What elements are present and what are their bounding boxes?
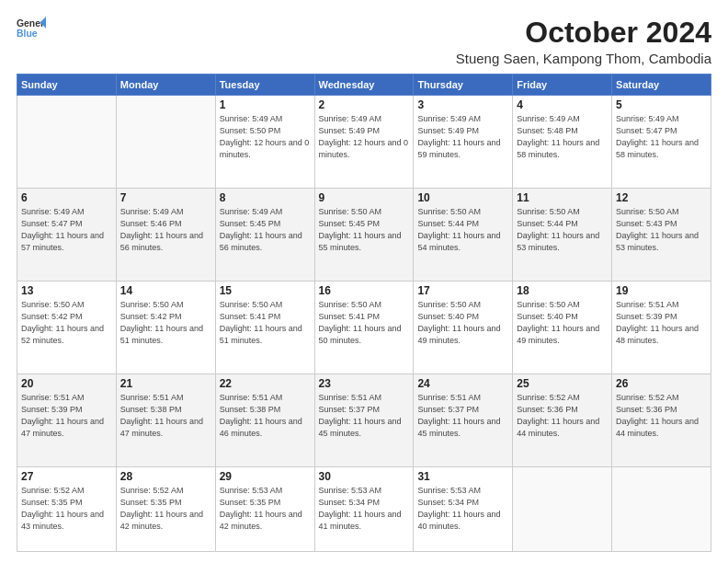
table-row: 31 Sunrise: 5:53 AM Sunset: 5:34 PM Dayl… — [414, 466, 513, 552]
day-number: 31 — [417, 470, 508, 483]
table-row: 11 Sunrise: 5:50 AM Sunset: 5:44 PM Dayl… — [513, 189, 612, 282]
logo-icon: General Blue — [17, 17, 46, 42]
day-number: 1 — [220, 98, 311, 111]
table-row: 7 Sunrise: 5:49 AM Sunset: 5:46 PM Dayli… — [116, 189, 215, 282]
table-row: 17 Sunrise: 5:50 AM Sunset: 5:40 PM Dayl… — [414, 281, 513, 373]
day-number: 8 — [220, 191, 311, 204]
table-row: 23 Sunrise: 5:51 AM Sunset: 5:37 PM Dayl… — [314, 373, 414, 466]
table-row — [612, 466, 711, 552]
table-row: 15 Sunrise: 5:50 AM Sunset: 5:41 PM Dayl… — [215, 281, 314, 373]
day-info: Sunrise: 5:49 AM Sunset: 5:50 PM Dayligh… — [220, 113, 311, 161]
calendar-week-row: 13 Sunrise: 5:50 AM Sunset: 5:42 PM Dayl… — [17, 281, 711, 373]
table-row: 24 Sunrise: 5:51 AM Sunset: 5:37 PM Dayl… — [414, 373, 513, 466]
day-number: 22 — [220, 377, 311, 390]
table-row: 26 Sunrise: 5:52 AM Sunset: 5:36 PM Dayl… — [612, 373, 711, 466]
day-number: 28 — [120, 470, 211, 483]
table-row: 22 Sunrise: 5:51 AM Sunset: 5:38 PM Dayl… — [215, 373, 314, 466]
day-info: Sunrise: 5:52 AM Sunset: 5:35 PM Dayligh… — [120, 485, 211, 533]
table-row: 21 Sunrise: 5:51 AM Sunset: 5:38 PM Dayl… — [116, 373, 215, 466]
table-row: 4 Sunrise: 5:49 AM Sunset: 5:48 PM Dayli… — [513, 96, 612, 189]
table-row: 29 Sunrise: 5:53 AM Sunset: 5:35 PM Dayl… — [215, 466, 314, 552]
day-number: 10 — [417, 191, 508, 204]
day-info: Sunrise: 5:50 AM Sunset: 5:41 PM Dayligh… — [319, 299, 410, 347]
day-number: 9 — [319, 191, 410, 204]
day-number: 5 — [616, 98, 707, 111]
day-number: 21 — [120, 377, 211, 390]
day-info: Sunrise: 5:49 AM Sunset: 5:46 PM Dayligh… — [120, 206, 211, 254]
day-info: Sunrise: 5:49 AM Sunset: 5:47 PM Dayligh… — [616, 113, 707, 161]
table-row: 8 Sunrise: 5:49 AM Sunset: 5:45 PM Dayli… — [215, 189, 314, 282]
day-info: Sunrise: 5:51 AM Sunset: 5:37 PM Dayligh… — [319, 392, 410, 440]
table-row: 3 Sunrise: 5:49 AM Sunset: 5:49 PM Dayli… — [414, 96, 513, 189]
table-row: 12 Sunrise: 5:50 AM Sunset: 5:43 PM Dayl… — [612, 189, 711, 282]
day-info: Sunrise: 5:52 AM Sunset: 5:36 PM Dayligh… — [517, 392, 608, 440]
day-info: Sunrise: 5:50 AM Sunset: 5:44 PM Dayligh… — [517, 206, 608, 254]
col-friday: Friday — [513, 75, 612, 96]
day-number: 4 — [517, 98, 608, 111]
day-number: 16 — [319, 284, 410, 297]
table-row: 6 Sunrise: 5:49 AM Sunset: 5:47 PM Dayli… — [17, 189, 117, 282]
table-row: 5 Sunrise: 5:49 AM Sunset: 5:47 PM Dayli… — [612, 96, 711, 189]
day-info: Sunrise: 5:50 AM Sunset: 5:40 PM Dayligh… — [417, 299, 508, 347]
day-number: 23 — [319, 377, 410, 390]
table-row: 9 Sunrise: 5:50 AM Sunset: 5:45 PM Dayli… — [314, 189, 414, 282]
table-row: 27 Sunrise: 5:52 AM Sunset: 5:35 PM Dayl… — [17, 466, 117, 552]
svg-text:Blue: Blue — [17, 29, 38, 39]
day-number: 26 — [616, 377, 707, 390]
day-info: Sunrise: 5:50 AM Sunset: 5:40 PM Dayligh… — [517, 299, 608, 347]
day-info: Sunrise: 5:49 AM Sunset: 5:49 PM Dayligh… — [319, 113, 410, 161]
day-number: 12 — [616, 191, 707, 204]
title-block: October 2024 Stueng Saen, Kampong Thom, … — [456, 17, 711, 66]
table-row: 14 Sunrise: 5:50 AM Sunset: 5:42 PM Dayl… — [116, 281, 215, 373]
day-info: Sunrise: 5:50 AM Sunset: 5:41 PM Dayligh… — [220, 299, 311, 347]
col-monday: Monday — [116, 75, 215, 96]
col-tuesday: Tuesday — [215, 75, 314, 96]
day-info: Sunrise: 5:50 AM Sunset: 5:45 PM Dayligh… — [319, 206, 410, 254]
day-number: 18 — [517, 284, 608, 297]
table-row: 19 Sunrise: 5:51 AM Sunset: 5:39 PM Dayl… — [612, 281, 711, 373]
table-row: 30 Sunrise: 5:53 AM Sunset: 5:34 PM Dayl… — [314, 466, 414, 552]
table-row: 2 Sunrise: 5:49 AM Sunset: 5:49 PM Dayli… — [314, 96, 414, 189]
day-info: Sunrise: 5:52 AM Sunset: 5:35 PM Dayligh… — [21, 485, 112, 533]
table-row: 18 Sunrise: 5:50 AM Sunset: 5:40 PM Dayl… — [513, 281, 612, 373]
table-row — [17, 96, 117, 189]
day-number: 19 — [616, 284, 707, 297]
col-saturday: Saturday — [612, 75, 711, 96]
day-number: 3 — [417, 98, 508, 111]
table-row: 10 Sunrise: 5:50 AM Sunset: 5:44 PM Dayl… — [414, 189, 513, 282]
table-row: 13 Sunrise: 5:50 AM Sunset: 5:42 PM Dayl… — [17, 281, 117, 373]
day-info: Sunrise: 5:49 AM Sunset: 5:49 PM Dayligh… — [417, 113, 508, 161]
day-info: Sunrise: 5:51 AM Sunset: 5:38 PM Dayligh… — [220, 392, 311, 440]
day-number: 27 — [21, 470, 112, 483]
day-number: 30 — [319, 470, 410, 483]
calendar-week-row: 27 Sunrise: 5:52 AM Sunset: 5:35 PM Dayl… — [17, 466, 711, 552]
col-sunday: Sunday — [17, 75, 117, 96]
day-info: Sunrise: 5:51 AM Sunset: 5:39 PM Dayligh… — [21, 392, 112, 440]
day-info: Sunrise: 5:49 AM Sunset: 5:48 PM Dayligh… — [517, 113, 608, 161]
calendar-week-row: 20 Sunrise: 5:51 AM Sunset: 5:39 PM Dayl… — [17, 373, 711, 466]
table-row: 20 Sunrise: 5:51 AM Sunset: 5:39 PM Dayl… — [17, 373, 117, 466]
calendar: Sunday Monday Tuesday Wednesday Thursday… — [17, 74, 711, 552]
day-number: 6 — [21, 191, 112, 204]
day-info: Sunrise: 5:53 AM Sunset: 5:34 PM Dayligh… — [319, 485, 410, 533]
day-number: 29 — [220, 470, 311, 483]
table-row: 25 Sunrise: 5:52 AM Sunset: 5:36 PM Dayl… — [513, 373, 612, 466]
day-number: 11 — [517, 191, 608, 204]
month-title: October 2024 — [456, 17, 711, 49]
table-row — [513, 466, 612, 552]
day-info: Sunrise: 5:50 AM Sunset: 5:44 PM Dayligh… — [417, 206, 508, 254]
day-number: 15 — [220, 284, 311, 297]
day-info: Sunrise: 5:50 AM Sunset: 5:43 PM Dayligh… — [616, 206, 707, 254]
day-info: Sunrise: 5:53 AM Sunset: 5:35 PM Dayligh… — [220, 485, 311, 533]
col-wednesday: Wednesday — [314, 75, 414, 96]
day-info: Sunrise: 5:51 AM Sunset: 5:38 PM Dayligh… — [120, 392, 211, 440]
table-row: 16 Sunrise: 5:50 AM Sunset: 5:41 PM Dayl… — [314, 281, 414, 373]
day-info: Sunrise: 5:52 AM Sunset: 5:36 PM Dayligh… — [616, 392, 707, 440]
day-number: 17 — [417, 284, 508, 297]
day-info: Sunrise: 5:53 AM Sunset: 5:34 PM Dayligh… — [417, 485, 508, 533]
table-row — [116, 96, 215, 189]
day-number: 14 — [120, 284, 211, 297]
day-info: Sunrise: 5:49 AM Sunset: 5:47 PM Dayligh… — [21, 206, 112, 254]
calendar-week-row: 1 Sunrise: 5:49 AM Sunset: 5:50 PM Dayli… — [17, 96, 711, 189]
day-info: Sunrise: 5:50 AM Sunset: 5:42 PM Dayligh… — [21, 299, 112, 347]
